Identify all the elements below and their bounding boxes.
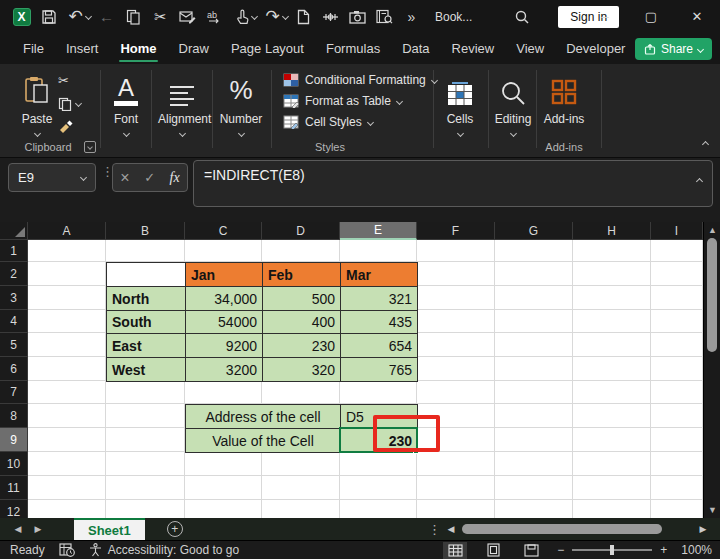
row-header-11[interactable]: 11: [0, 476, 28, 500]
overflow-icon[interactable]: »: [398, 5, 425, 29]
cell-styles-button[interactable]: Cell Styles: [283, 115, 437, 129]
column-header-A[interactable]: A: [28, 222, 106, 240]
cell-D5[interactable]: 230: [262, 333, 341, 358]
cell-B6[interactable]: West: [106, 357, 186, 382]
book-search-icon[interactable]: [371, 5, 398, 29]
column-header-H[interactable]: H: [573, 222, 651, 240]
cell-C4[interactable]: 54000: [185, 310, 263, 334]
collapse-ribbon-button[interactable]: [703, 133, 708, 151]
vertical-scrollbar[interactable]: ▲ ▼: [703, 222, 720, 518]
copy-button[interactable]: [58, 95, 81, 112]
cell-C6[interactable]: 3200: [185, 357, 263, 382]
select-all-corner[interactable]: [0, 222, 28, 240]
cell-E2[interactable]: Mar: [340, 262, 418, 287]
row-header-12[interactable]: 12: [0, 500, 28, 518]
enter-icon[interactable]: ✓: [144, 170, 155, 185]
ribbon-tab-data[interactable]: Data: [391, 34, 440, 64]
cancel-icon[interactable]: ×: [120, 169, 129, 187]
cell-E4[interactable]: 435: [340, 310, 418, 334]
paste-button[interactable]: Paste: [16, 72, 58, 136]
zoom-in-icon[interactable]: +: [660, 543, 667, 557]
row-header-1[interactable]: 1: [0, 240, 28, 262]
share-button[interactable]: Share: [635, 38, 712, 60]
ribbon-tab-developer[interactable]: Developer: [555, 34, 636, 64]
row-header-7[interactable]: 7: [0, 381, 28, 404]
chevron-down-icon[interactable]: [83, 5, 93, 29]
ribbon-tab-review[interactable]: Review: [441, 34, 506, 64]
sheet-tab-sheet1[interactable]: Sheet1: [74, 518, 145, 540]
cell-D6[interactable]: 320: [262, 357, 341, 382]
editing-group-button[interactable]: Editing: [492, 72, 534, 136]
cut-button[interactable]: ✂: [58, 72, 69, 89]
page-break-preview-button[interactable]: [519, 542, 543, 559]
normal-view-button[interactable]: [443, 542, 467, 559]
clipboard-dialog-launcher-icon[interactable]: [84, 141, 96, 153]
row-header-2[interactable]: 2: [0, 262, 28, 286]
vertical-scroll-thumb[interactable]: [707, 238, 717, 352]
chevron-down-icon[interactable]: [280, 5, 290, 29]
close-button[interactable]: ✕: [674, 0, 720, 33]
accessibility-status[interactable]: Accessibility: Good to go: [108, 543, 239, 557]
cell-C8[interactable]: Address of the cell: [185, 404, 341, 429]
horizontal-scroll-thumb[interactable]: [462, 524, 662, 534]
cell-B4[interactable]: South: [106, 310, 186, 334]
replace-icon[interactable]: ab: [201, 5, 228, 29]
column-header-G[interactable]: G: [495, 222, 573, 240]
zoom-out-icon[interactable]: −: [557, 543, 564, 557]
ribbon-tab-view[interactable]: View: [505, 34, 555, 64]
cells-group-button[interactable]: Cells: [440, 72, 480, 136]
new-file-icon[interactable]: [290, 5, 317, 29]
excel-logo-icon[interactable]: X: [8, 5, 35, 29]
search-icon[interactable]: [514, 9, 530, 25]
cell-E5[interactable]: 654: [340, 333, 418, 358]
maximize-button[interactable]: ▢: [628, 0, 674, 33]
back-icon[interactable]: ←: [93, 5, 120, 29]
ribbon-tab-formulas[interactable]: Formulas: [315, 34, 391, 64]
alignment-group-button[interactable]: Alignment: [158, 72, 206, 136]
horizontal-scrollbar[interactable]: ◀ ▶: [444, 520, 710, 538]
scroll-down-icon[interactable]: ▼: [704, 502, 720, 518]
cell-C9[interactable]: Value of the Cell: [185, 428, 341, 453]
number-group-button[interactable]: % Number: [217, 72, 265, 136]
addins-button[interactable]: Add-ins: [541, 72, 587, 126]
column-header-B[interactable]: B: [106, 222, 185, 240]
row-header-9[interactable]: 9: [0, 428, 28, 452]
row-header-6[interactable]: 6: [0, 357, 28, 381]
camera-icon[interactable]: [344, 5, 371, 29]
cell-C2[interactable]: Jan: [185, 262, 263, 287]
cell-C3[interactable]: 34,000: [185, 286, 263, 311]
next-sheet-icon[interactable]: ▶: [28, 524, 48, 534]
ribbon-tab-insert[interactable]: Insert: [55, 34, 110, 64]
cell-E3[interactable]: 321: [340, 286, 418, 311]
prev-sheet-icon[interactable]: ◀: [8, 524, 28, 534]
tabbar-more-icon[interactable]: ⋮: [428, 522, 441, 537]
copy-icon[interactable]: [120, 5, 147, 29]
ribbon-tab-home[interactable]: Home: [109, 34, 167, 64]
add-sheet-icon[interactable]: +: [167, 521, 183, 537]
minimize-button[interactable]: –: [582, 0, 628, 33]
cell-D3[interactable]: 500: [262, 286, 341, 311]
insert-function-icon[interactable]: fx: [170, 170, 180, 186]
cell-C5[interactable]: 9200: [185, 333, 263, 358]
name-box[interactable]: E9: [8, 163, 96, 192]
row-header-4[interactable]: 4: [0, 310, 28, 333]
column-header-E[interactable]: E: [340, 222, 417, 240]
zoom-slider[interactable]: [572, 549, 652, 551]
cell-D2[interactable]: Feb: [262, 262, 341, 287]
format-painter-button[interactable]: [58, 118, 73, 135]
spreadsheet-grid[interactable]: ABCDEFGHI123456789101112JanFebMarNorth34…: [0, 222, 703, 518]
cell-E6[interactable]: 765: [340, 357, 418, 382]
ribbon-tab-page-layout[interactable]: Page Layout: [220, 34, 315, 64]
collapse-formula-bar-icon[interactable]: [697, 171, 702, 187]
chevron-down-icon[interactable]: [249, 5, 259, 29]
zoom-slider-thumb[interactable]: [610, 545, 614, 555]
scroll-left-icon[interactable]: ◀: [444, 524, 458, 534]
row-header-5[interactable]: 5: [0, 333, 28, 357]
column-header-C[interactable]: C: [185, 222, 262, 240]
conditional-formatting-button[interactable]: Conditional Formatting: [283, 73, 437, 87]
column-header-D[interactable]: D: [262, 222, 340, 240]
formula-input[interactable]: =INDIRECT(E8): [193, 160, 713, 207]
row-header-3[interactable]: 3: [0, 286, 28, 310]
column-header-I[interactable]: I: [651, 222, 703, 240]
format-as-table-button[interactable]: Format as Table: [283, 94, 437, 108]
